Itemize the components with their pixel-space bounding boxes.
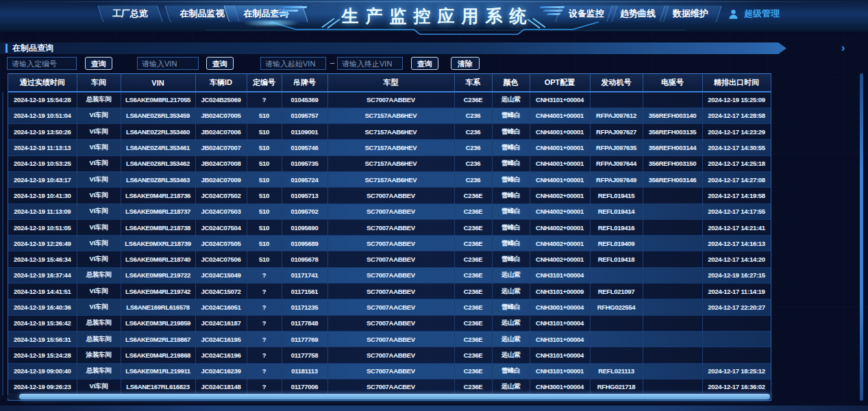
tab-label: 在制品监视	[180, 8, 225, 18]
table-row[interactable]: 2024-12-19 09:00:40总装车间LS6AKE0M1RL219911…	[8, 363, 771, 379]
column-header: 电驱号	[643, 74, 702, 92]
cell: C236E	[454, 331, 492, 347]
cell: 远山紫	[492, 347, 530, 363]
cell: 01095757	[282, 108, 327, 123]
cell: 远山紫	[492, 267, 530, 283]
cell: CNH4001+00001	[530, 155, 590, 171]
cell: 356REFH003140	[643, 108, 702, 123]
query-vin-range-button[interactable]: 查询	[411, 57, 438, 70]
cell: 2024-12-17 14:17:55	[702, 203, 771, 219]
query-vin-button[interactable]: 查询	[206, 57, 234, 70]
cell: JB024C07005	[195, 108, 247, 123]
cell: VI车间	[77, 140, 121, 155]
user-account[interactable]: 超级管理	[728, 8, 780, 20]
cell: CNH3101+00009	[530, 284, 590, 299]
query-dingbian-button[interactable]: 查询	[85, 57, 112, 70]
cell: VI车间	[77, 188, 121, 203]
cell: C236E	[454, 299, 492, 315]
cell	[643, 236, 702, 251]
cell: VI车间	[77, 203, 121, 219]
cell	[643, 188, 702, 203]
cell: 雪峰白	[492, 188, 530, 203]
clear-button[interactable]: 清除	[451, 57, 480, 70]
cell: 雪峰白	[492, 236, 530, 251]
cell: RFPAJ097627	[590, 124, 643, 140]
cell: SC7007AACBEV	[327, 299, 454, 315]
cell: 2024-12-17 14:23:29	[702, 124, 771, 140]
cell: 总装车间	[77, 331, 121, 347]
cell: SC7157AAB6HEV	[327, 108, 454, 123]
cell: VI车间	[77, 251, 121, 267]
cell: SC7007AABBEV	[327, 92, 454, 108]
cell: RFPAJ097635	[590, 140, 643, 155]
tab-label: 趋势曲线	[620, 8, 656, 18]
cell: JC024C16195	[195, 331, 247, 347]
cell: ?	[247, 299, 282, 315]
column-header: 精排出口时间	[702, 74, 771, 92]
table-row[interactable]: 2024-12-19 10:51:05VI车间LS6AKE0M8RL218738…	[8, 219, 771, 235]
tab-label: 设备监控	[569, 8, 604, 18]
cell: C236E	[454, 251, 492, 267]
table-row[interactable]: 2024-12-19 10:51:04VI车间LS6ANE0Z6RL353459…	[8, 108, 771, 123]
column-header: VIN	[121, 74, 195, 92]
table-row[interactable]: 2024-12-19 10:43:17VI车间LS6ANE0Z8RL353463…	[8, 171, 771, 187]
cell: 2024-12-17 14:30:55	[702, 140, 771, 155]
table-row[interactable]: 2024-12-19 15:36:42总装车间LS6AKE0M3RL219859…	[8, 315, 771, 331]
table-row[interactable]: 2024-12-19 10:53:25VI车间LS6ANE0Z6RL353462…	[8, 155, 771, 171]
vin-end-input[interactable]	[337, 57, 403, 70]
table-row[interactable]: 2024-12-19 12:26:49VI车间LS6AKE0MXRL218739…	[8, 236, 771, 251]
cell: 远山紫	[492, 315, 530, 331]
cell: CNH3101+00004	[530, 347, 590, 363]
cell: 2024-12-19 14:41:51	[8, 284, 77, 299]
cell: C236	[454, 108, 492, 123]
cell: REFL021113	[590, 363, 643, 379]
chevron-right-icon[interactable]: ›	[841, 41, 845, 55]
tab-label: 数据维护	[673, 8, 708, 18]
cell: CNH4001+00001	[530, 140, 590, 155]
table-row[interactable]: 2024-12-19 16:37:44总装车间LS6AKE0M9RL219722…	[8, 267, 771, 283]
table-row[interactable]: 2024-12-19 13:50:26VI车间LS6ANE0Z2RL353460…	[8, 124, 771, 140]
cell: 2024-12-19 10:43:17	[8, 171, 77, 187]
production-monitor-app: 工厂总览 在制品监视 在制品查询 生产监控应用系统 设备监控 趋势曲线 数据维护…	[0, 0, 868, 411]
cell: SC7157AAB6HEV	[327, 124, 454, 140]
cell	[643, 363, 702, 379]
tab-factory-overview[interactable]: 工厂总览	[100, 5, 160, 22]
cell: 01095678	[282, 251, 327, 267]
table-row[interactable]: 2024-12-19 15:54:28总装车间LS6AKE0M8RL217055…	[8, 92, 771, 108]
dingbian-input[interactable]	[7, 57, 77, 70]
cell: C236E	[454, 284, 492, 299]
cell: 雪峰白	[492, 299, 530, 315]
tab-trend-curve[interactable]: 趋势曲线	[609, 5, 667, 22]
cell: JC024C07506	[195, 251, 247, 267]
cell: 2024-12-17 14:19:58	[702, 188, 771, 203]
tab-data-maintenance[interactable]: 数据维护	[662, 5, 719, 22]
cell: SC7007AABBEV	[327, 331, 454, 347]
table-row[interactable]: 2024-12-19 11:13:09VI车间LS6AKE0M6RL218737…	[8, 203, 771, 219]
vin-start-input[interactable]	[260, 57, 326, 70]
cell: REFL019418	[590, 251, 643, 267]
horizontal-scrollbar[interactable]	[19, 394, 770, 399]
cell	[702, 315, 771, 331]
table-row[interactable]: 2024-12-19 15:24:28涂装车间LS6AKE0M4RL219868…	[8, 347, 771, 363]
cell: REFL019415	[590, 188, 643, 203]
cell: LS6ANE169RL616578	[121, 299, 195, 315]
cell: 远山紫	[492, 92, 530, 108]
cell: VI车间	[77, 124, 121, 140]
bottom-edge-decoration	[0, 406, 868, 411]
vertical-scrollbar[interactable]	[860, 73, 863, 401]
table-row[interactable]: 2024-12-19 15:56:31总装车间LS6AKE0M2RL219867…	[8, 331, 771, 347]
cell: 2024-12-17 14:16:13	[702, 236, 771, 251]
table-row[interactable]: 2024-12-19 16:40:36VI车间LS6ANE169RL616578…	[8, 299, 771, 315]
cell: JB024C07008	[195, 155, 247, 171]
table-row[interactable]: 2024-12-19 11:13:13VI车间LS6ANE0Z4RL353461…	[8, 140, 771, 155]
table-row[interactable]: 2024-12-19 10:41:30VI车间LS6AKE0M4RL218736…	[8, 188, 771, 203]
table-row[interactable]: 2024-12-19 14:41:51VI车间LS6AKE0M4RL219742…	[8, 284, 771, 299]
cell: LS6ANE0Z6RL353462	[121, 155, 195, 171]
table-row[interactable]: 2024-12-19 15:46:34VI车间LS6AKE0M6RL218740…	[8, 251, 771, 267]
accent-bar	[5, 44, 8, 53]
cell: 总装车间	[77, 267, 121, 283]
cell: LS6AKE0M6RL218737	[121, 203, 195, 219]
cell: LS6AKE0M8RL218738	[121, 219, 195, 235]
vin-input[interactable]	[137, 57, 199, 70]
top-navigation-bar: 工厂总览 在制品监视 在制品查询 生产监控应用系统 设备监控 趋势曲线 数据维护…	[0, 0, 868, 32]
